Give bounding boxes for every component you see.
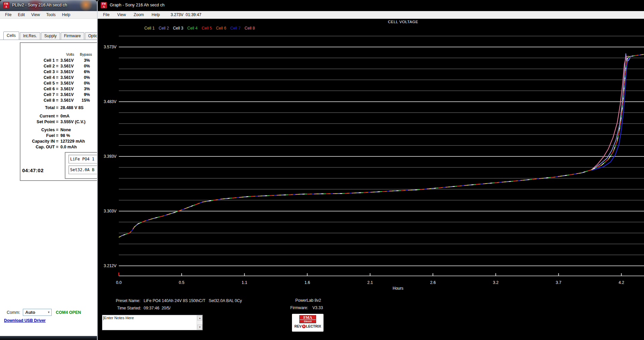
graph-menu-file[interactable]: File (101, 12, 111, 18)
x-axis-label: Hours (393, 286, 403, 291)
y-axis-tick-label: 3.393V (104, 154, 116, 159)
y-axis-tick-label: 3.212V (104, 263, 116, 268)
fma-app-icon: FMA (101, 2, 107, 8)
cell2-curve-tail (592, 54, 631, 170)
graph-titlebar[interactable]: FMA Graph - Sony 216 Ah secd ch (98, 0, 644, 11)
graph-menu-help[interactable]: Help (150, 12, 162, 18)
y-axis-tick-label: 3.483V (104, 99, 116, 104)
notes-scrollbar[interactable]: ▲ ▼ (197, 315, 202, 330)
readout-row: Cell 6 =3.561V3% (21, 86, 92, 92)
notes-textbox[interactable]: Enter Notes Here ▲ ▼ (102, 315, 203, 330)
x-axis-tick-label: 0.0 (116, 280, 122, 285)
device-name: PowerLab 8v2 (295, 298, 321, 303)
y-axis-tick-label: 3.573V (104, 45, 116, 49)
fma-direct-badge: FMA Direct (299, 315, 316, 323)
revolectrix-o-icon (302, 325, 306, 328)
cell-voltage-bundle (119, 170, 592, 237)
comm-port-dropdown[interactable]: Auto ▼ (23, 309, 52, 316)
readout-row: Cell 5 =3.561V0% (21, 80, 92, 86)
firmware-label: Firmware: (290, 305, 308, 310)
volts-column-header: Volts (58, 52, 80, 56)
graph-client-area: CELL VOLTAGE Cell 1Cell 2Cell 3Cell 4Cel… (98, 19, 644, 340)
cell-voltage-bundle (119, 170, 592, 237)
readout-row: Cell 1 =3.561V3% (21, 57, 92, 63)
scroll-down-button[interactable]: ▼ (197, 325, 202, 330)
cell-voltage-bundle (119, 170, 592, 237)
pl8v2-tabs: CellsInt.Res.SupplyFirmwareOptions (3, 32, 106, 40)
scroll-up-button[interactable]: ▲ (197, 315, 202, 321)
readout-row: Cycles =None (21, 127, 92, 133)
time-started-label: Time Started: (117, 306, 141, 310)
tab-baseline (0, 40, 97, 40)
preset-name-value: LiFe PO4 140Ah 24V 8S 150thC/T Set32.0A … (144, 298, 242, 303)
readout-row: Cap. OUT =0.0 mAh (21, 144, 92, 150)
x-axis-tick-label: 4.2 (618, 280, 624, 285)
readout-row: Fuel =98 % (21, 133, 92, 138)
cell7-curve-tail (592, 58, 630, 171)
revolectrix-wordmark: REV LECTRIX (292, 324, 324, 328)
y-axis-tick-label: 3.303V (104, 209, 116, 213)
voltage-chart: 3.573V3.483V3.393V3.303V3.212V0.00.51.11… (98, 19, 644, 294)
readout-row: Current =0mA (21, 113, 92, 119)
menu-tools[interactable]: Tools (45, 12, 57, 18)
x-axis-tick-label: 3.7 (556, 280, 561, 285)
pl8v2-menubar: FileEditViewToolsHelp (0, 11, 97, 19)
graph-status-readout: 3.273V 01:39:47 (171, 12, 201, 17)
fma-direct-revolectrix-logo: FMA Direct REV LECTRIX (292, 314, 324, 332)
tab-firmware[interactable]: Firmware (61, 32, 84, 40)
pl8v2-window-bottom-border (0, 336, 97, 340)
readout-row: Set Point =3.555V (C.V.) (21, 119, 92, 125)
tab-supply[interactable]: Supply (41, 32, 60, 40)
cell-voltage-bundle (119, 170, 592, 237)
tab-intres[interactable]: Int.Res. (20, 32, 40, 40)
cell-voltage-bundle (119, 170, 592, 237)
menu-edit[interactable]: Edit (16, 12, 27, 18)
readout-row: Cell 3 =3.561V6% (21, 69, 92, 75)
graph-window-title: Graph - Sony 216 Ah secd ch (110, 3, 164, 7)
time-started-value: 09:37:46 20/5/ (144, 306, 170, 310)
readout-row: Cell 8 =3.561V15% (21, 97, 92, 103)
pl8v2-titlebar[interactable]: FMA PL8v2 - Sony 216 Ah secd ch (0, 0, 97, 11)
graph-menu-view[interactable]: View (115, 12, 128, 18)
preset-name-label: Preset Name: (116, 298, 140, 303)
comm-label: Comm: (7, 310, 20, 315)
fma-app-icon: FMA (3, 2, 9, 8)
elapsed-timer: 04:47:02 (22, 167, 44, 173)
x-axis-tick-label: 0.5 (179, 280, 185, 285)
graph-menu-zoom[interactable]: Zoom (132, 12, 146, 18)
x-axis-tick-label: 2.6 (430, 280, 436, 285)
bypass-column-header: Bypass (80, 52, 90, 56)
readout-row: Cell 2 =3.561V0% (21, 63, 92, 69)
readout-row: Cell 4 =3.561V0% (21, 75, 92, 80)
chevron-down-icon: ▼ (47, 311, 50, 314)
x-axis-tick-label: 1.6 (304, 280, 310, 285)
comm-row: Comm: Auto ▼ COM4 OPEN (7, 309, 81, 316)
firmware-value: V3.33 (312, 305, 323, 310)
tab-cells[interactable]: Cells (3, 32, 19, 40)
x-axis-tick-label: 1.1 (242, 280, 247, 285)
graph-menubar: FileViewZoomHelp3.273V 01:39:47 (98, 11, 644, 19)
menu-file[interactable]: File (3, 12, 13, 18)
text-caret (103, 316, 104, 320)
readout-row: Total =28.488 V 8S (21, 105, 92, 110)
menu-view[interactable]: View (30, 12, 42, 18)
axis-origin-marker (118, 273, 119, 276)
x-axis-tick-label: 2.1 (367, 280, 373, 285)
cells-header-row: Volts Bypass (21, 52, 92, 57)
readout-row: Cell 7 =3.561V9% (21, 92, 92, 97)
cells-readout: Volts Bypass Cell 1 =3.561V3%Cell 2 =3.5… (21, 52, 92, 150)
comm-port-value: Auto (25, 310, 35, 315)
cell-voltage-bundle (119, 170, 592, 237)
menu-help[interactable]: Help (60, 12, 72, 18)
pl8v2-window: FMA PL8v2 - Sony 216 Ah secd ch FileEdit… (0, 0, 97, 340)
cell-voltage-bundle (119, 170, 592, 237)
cell-voltage-bundle (119, 170, 592, 237)
readout-row: Capacity IN =127229 mAh (21, 138, 92, 144)
graph-window: FMA Graph - Sony 216 Ah secd ch FileView… (97, 0, 644, 340)
pl8v2-client-area: CellsInt.Res.SupplyFirmwareOptions Volts… (0, 19, 97, 336)
pl8v2-window-title: PL8v2 - Sony 216 Ah secd ch (12, 3, 67, 7)
comm-status: COM4 OPEN (56, 310, 81, 315)
notes-text: Enter Notes Here (104, 316, 134, 320)
download-usb-driver-link[interactable]: Download USB Driver (4, 318, 46, 323)
x-axis-tick-label: 3.2 (493, 280, 499, 285)
